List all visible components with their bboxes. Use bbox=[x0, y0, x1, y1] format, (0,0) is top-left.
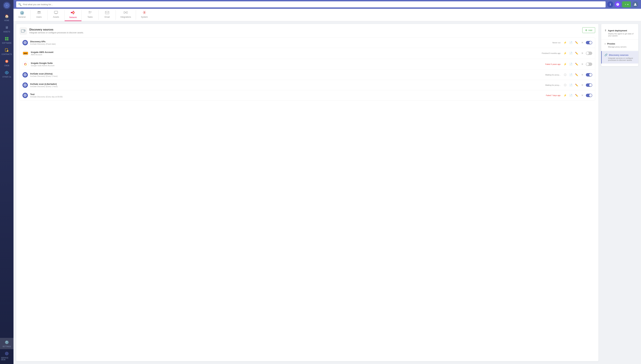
log-button[interactable]: 📄 bbox=[569, 83, 573, 87]
cmdb-icon bbox=[4, 59, 10, 64]
rs-item-label: Proxies bbox=[607, 42, 615, 45]
ds-item-status: Never run bbox=[540, 42, 560, 44]
delete-button[interactable]: ✕ bbox=[580, 83, 584, 87]
page-content: Discovery sources Integrate services or … bbox=[14, 21, 641, 364]
log-button[interactable]: 📄 bbox=[569, 93, 573, 98]
tab-assets[interactable]: Assets bbox=[48, 9, 65, 21]
edit-button[interactable]: ✏️ bbox=[574, 73, 579, 77]
ds-panel-icon bbox=[20, 27, 27, 35]
sidebar-item-label: ASSETS bbox=[3, 31, 10, 33]
ds-title-area: Discovery sources Integrate services or … bbox=[29, 28, 84, 34]
log-button[interactable]: 📄 bbox=[569, 62, 573, 66]
tab-system[interactable]: System bbox=[136, 9, 153, 21]
ds-item-name: Discovery APs bbox=[30, 40, 538, 43]
tab-general[interactable]: ⚙️ General bbox=[14, 9, 30, 21]
svg-point-17 bbox=[7, 353, 7, 354]
ds-item-name: Invgate AWS Account bbox=[31, 51, 538, 54]
ds-item-actions: ⚡ 📄 ✏️ ✕ bbox=[563, 51, 592, 56]
rs-item-sub: Manage proxy servers bbox=[604, 46, 635, 48]
log-button[interactable]: 📄 bbox=[569, 51, 573, 56]
app-logo[interactable] bbox=[3, 2, 11, 9]
sidebar-item-contracts[interactable]: $ CONTRACTS bbox=[0, 46, 14, 57]
svg-rect-5 bbox=[5, 39, 7, 40]
svg-point-56 bbox=[25, 85, 26, 86]
sidebar-item-assets[interactable]: 🖥 ASSETS bbox=[0, 23, 14, 34]
tasks-tab-icon bbox=[88, 11, 92, 15]
tab-tasks[interactable]: Tasks bbox=[82, 9, 99, 21]
ds-item-info: Invgate Google Suite Google Suite Admin … bbox=[31, 62, 538, 66]
tab-users[interactable]: Users bbox=[31, 9, 47, 21]
svg-point-2 bbox=[6, 5, 7, 6]
ds-item-actions: ⚡ 📄 ✏️ ✕ bbox=[563, 40, 592, 45]
add-button[interactable]: ＋ ▾ bbox=[622, 1, 631, 8]
rs-item-title: ⬆ Agent deployment bbox=[604, 29, 635, 32]
info-button[interactable]: ⓘ bbox=[563, 73, 567, 77]
rs-item-proxies[interactable]: ≡ Proxies Manage proxy servers bbox=[601, 40, 638, 50]
delete-button[interactable]: ✕ bbox=[580, 40, 584, 45]
delete-button[interactable]: ✕ bbox=[580, 51, 584, 56]
svg-point-12 bbox=[7, 61, 7, 62]
sidebar-item-service-desk[interactable]: SERVICE DESK bbox=[0, 349, 14, 362]
add-button-label: Add bbox=[588, 29, 592, 32]
toggle-switch[interactable] bbox=[586, 62, 592, 66]
tab-system-label: System bbox=[141, 16, 148, 18]
edit-button[interactable]: ✏️ bbox=[574, 51, 579, 56]
search-input[interactable] bbox=[23, 3, 603, 6]
svg-point-53 bbox=[25, 75, 26, 75]
topbar-actions: ℹ ＋ ▾ bbox=[607, 1, 638, 8]
svg-rect-27 bbox=[73, 13, 74, 14]
run-button[interactable]: ⚡ bbox=[563, 93, 567, 98]
rs-item-discovery-sources[interactable]: 🔗 Discovery sources Integrate services o… bbox=[601, 51, 638, 64]
info-button[interactable]: ⓘ bbox=[563, 83, 567, 87]
edit-button[interactable]: ✏️ bbox=[574, 83, 579, 87]
tab-email[interactable]: Email bbox=[99, 9, 116, 21]
run-button[interactable]: ⚡ bbox=[563, 40, 567, 45]
search-bar[interactable]: 🔍 bbox=[16, 1, 605, 8]
ds-item-info: Discovery APs InvGate Discovery (Fixed d… bbox=[30, 40, 538, 45]
info-button[interactable]: ℹ bbox=[607, 1, 613, 8]
delete-button[interactable]: ✕ bbox=[580, 62, 584, 66]
rs-item-agent-deployment[interactable]: ⬆ Agent deployment Deploy the agent to g… bbox=[601, 27, 638, 39]
content-area: ⚙️ General Users bbox=[14, 9, 641, 364]
sidebar-item-other-cls[interactable]: OTHER Cls bbox=[0, 68, 14, 80]
sidebar-item-label: OTHER Cls bbox=[2, 76, 11, 78]
edit-button[interactable]: ✏️ bbox=[574, 40, 579, 45]
user-button[interactable] bbox=[632, 1, 638, 8]
ds-item-name: Test bbox=[30, 93, 538, 96]
log-button[interactable]: 📄 bbox=[569, 40, 573, 45]
ds-item-info: Invgate AWS Account AWS Account bbox=[31, 51, 538, 56]
tab-network[interactable]: Network bbox=[65, 9, 82, 21]
help-button[interactable] bbox=[615, 1, 621, 8]
run-button[interactable]: ⚡ bbox=[563, 51, 567, 56]
ds-item-actions: ⓘ 📄 ✏️ ✕ bbox=[563, 83, 592, 87]
sidebar-item-software[interactable]: SOFTWARE bbox=[0, 34, 14, 46]
run-button[interactable]: ⚡ bbox=[563, 62, 567, 66]
ds-item-info: InvGate scan (Libertador) InvGate Discov… bbox=[30, 83, 538, 88]
svg-text:$: $ bbox=[7, 50, 8, 52]
ds-item-logo bbox=[23, 72, 28, 78]
svg-point-59 bbox=[25, 95, 26, 96]
sidebar-item-home[interactable]: 🏠 HOME bbox=[0, 12, 14, 23]
ds-item-name: InvGate scan (Alsina) bbox=[30, 72, 538, 75]
toggle-switch[interactable] bbox=[586, 94, 592, 97]
sidebar-item-settings[interactable]: ⚙️ SETTINGS bbox=[0, 338, 14, 349]
toggle-switch[interactable] bbox=[586, 52, 592, 55]
tab-integrations[interactable]: Integrations bbox=[116, 9, 136, 21]
sidebar-item-cmdb[interactable]: CMDB bbox=[0, 57, 14, 68]
toggle-switch[interactable] bbox=[586, 84, 592, 87]
svg-line-47 bbox=[25, 31, 26, 31]
ds-item-status: Finished 9 months ago bbox=[540, 52, 560, 54]
service-desk-icon bbox=[4, 351, 10, 356]
system-tab-icon bbox=[143, 11, 146, 15]
discovery-sources-icon: 🔗 bbox=[604, 54, 608, 56]
edit-button[interactable]: ✏️ bbox=[574, 93, 579, 98]
toggle-switch[interactable] bbox=[586, 73, 592, 76]
svg-rect-4 bbox=[7, 37, 9, 38]
toggle-switch[interactable] bbox=[586, 41, 592, 44]
add-discovery-button[interactable]: ⊕ Add bbox=[582, 27, 595, 33]
agent-deployment-icon: ⬆ bbox=[604, 29, 606, 32]
edit-button[interactable]: ✏️ bbox=[574, 62, 579, 66]
log-button[interactable]: 📄 bbox=[569, 73, 573, 77]
delete-button[interactable]: ✕ bbox=[580, 73, 584, 77]
delete-button[interactable]: ✕ bbox=[580, 93, 584, 98]
